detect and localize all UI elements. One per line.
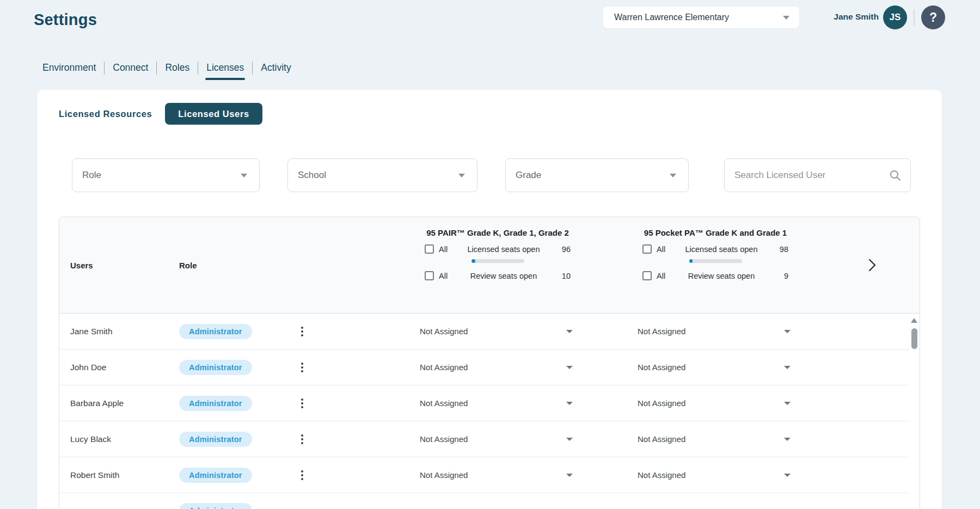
settings-tabs: Environment Connect Roles Licenses Activ… bbox=[42, 62, 299, 80]
row-menu-button[interactable] bbox=[296, 360, 309, 375]
tab-separator bbox=[252, 62, 253, 75]
row-menu-button[interactable] bbox=[296, 396, 309, 411]
kebab-menu-icon bbox=[301, 470, 303, 473]
kebab-menu-icon bbox=[301, 434, 303, 437]
role-badge: Administrator bbox=[179, 468, 252, 483]
tab-licenses[interactable]: Licenses bbox=[206, 62, 244, 80]
licensed-resources-button[interactable]: Licensed Resources bbox=[59, 109, 163, 119]
license-1-licensed-seats: All Licensed seats open 96 bbox=[425, 244, 571, 254]
column-header-role: Role bbox=[179, 261, 262, 270]
license-2-assignment-select[interactable]: Not Assigned bbox=[607, 457, 824, 493]
user-name-cell: Barbara Apple bbox=[70, 398, 179, 408]
tab-separator bbox=[198, 62, 198, 75]
assignment-value: Not Assigned bbox=[638, 434, 685, 444]
all-label: All bbox=[657, 272, 665, 280]
review-seats-open-label: Review seats open bbox=[453, 272, 554, 280]
avatar-initials: JS bbox=[890, 12, 901, 23]
column-header-users: Users bbox=[70, 261, 179, 270]
school-filter[interactable]: School bbox=[287, 158, 477, 192]
tab-roles[interactable]: Roles bbox=[165, 62, 189, 80]
kebab-menu-icon bbox=[301, 398, 303, 401]
license-1-assignment-select[interactable]: Not Assigned bbox=[389, 421, 607, 457]
scroll-up-button[interactable] bbox=[910, 316, 918, 325]
licensed-seats-open-label: Licensed seats open bbox=[671, 245, 772, 254]
licensed-users-button[interactable]: Licensed Users bbox=[165, 103, 262, 125]
avatar[interactable]: JS bbox=[883, 5, 907, 29]
role-badge: Administrator bbox=[179, 360, 252, 375]
license-1-assignment-select[interactable]: Not Assigned bbox=[389, 314, 607, 349]
assignment-value: Not Assigned bbox=[638, 398, 685, 408]
help-button[interactable]: ? bbox=[921, 5, 945, 29]
filter-row: Role School Grade bbox=[72, 158, 911, 192]
kebab-menu-icon bbox=[301, 363, 303, 365]
kebab-menu-icon bbox=[301, 327, 303, 329]
table-row-partial: Administrator bbox=[59, 493, 920, 509]
table-row: Barbara Apple Administrator Not Assigned… bbox=[59, 385, 920, 421]
tab-environment[interactable]: Environment bbox=[42, 62, 96, 80]
next-licenses-button[interactable] bbox=[864, 255, 880, 275]
license-2-licensed-all-checkbox[interactable] bbox=[642, 244, 652, 254]
chevron-down-icon bbox=[784, 438, 791, 441]
role-filter[interactable]: Role bbox=[72, 158, 260, 192]
role-badge: Administrator bbox=[179, 324, 252, 339]
page-title: Settings bbox=[34, 11, 97, 29]
license-2-review-all-checkbox[interactable] bbox=[642, 271, 652, 280]
chevron-down-icon bbox=[670, 174, 676, 177]
license-2-assignment-select[interactable]: Not Assigned bbox=[607, 421, 824, 457]
license-1-assignment-select[interactable]: Not Assigned bbox=[389, 385, 607, 421]
search-icon bbox=[889, 169, 902, 182]
chevron-down-icon bbox=[783, 16, 789, 20]
school-selector[interactable]: Warren Lawrence Elementary bbox=[603, 7, 799, 28]
chevron-down-icon bbox=[784, 474, 791, 477]
scrollbar-thumb[interactable] bbox=[911, 328, 917, 349]
licensed-seats-open-value: 98 bbox=[772, 245, 788, 254]
assignment-value: Not Assigned bbox=[638, 363, 685, 372]
column-header-actions bbox=[262, 217, 389, 313]
user-name-cell: Jane Smith bbox=[70, 327, 179, 336]
topbar-divider bbox=[914, 9, 915, 26]
license-1-progress-bar bbox=[471, 259, 524, 263]
school-selector-value: Warren Lawrence Elementary bbox=[614, 13, 729, 22]
row-menu-button[interactable] bbox=[296, 432, 309, 447]
licenses-panel: Licensed Resources Licensed Users Role S… bbox=[37, 90, 942, 509]
license-2-assignment-select[interactable]: Not Assigned bbox=[607, 349, 824, 385]
table-row: Jane Smith Administrator Not Assigned No… bbox=[59, 314, 920, 349]
chevron-down-icon bbox=[241, 174, 247, 177]
license-1-licensed-all-checkbox[interactable] bbox=[425, 244, 434, 254]
table-row: John Doe Administrator Not Assigned Not … bbox=[59, 349, 920, 385]
assignment-value: Not Assigned bbox=[638, 327, 685, 336]
chevron-down-icon bbox=[566, 438, 573, 441]
grade-filter[interactable]: Grade bbox=[505, 158, 689, 192]
assignment-value: Not Assigned bbox=[420, 470, 468, 480]
table-header: Users Role 95 PAIR™ Grade K, Grade 1, Gr… bbox=[59, 217, 920, 314]
search-input[interactable] bbox=[734, 170, 889, 181]
tab-separator bbox=[104, 62, 105, 75]
chevron-down-icon bbox=[784, 402, 791, 405]
all-label: All bbox=[657, 245, 665, 254]
license-1-review-all-checkbox[interactable] bbox=[425, 271, 434, 280]
license-1-progress-fill bbox=[471, 259, 476, 263]
user-name-cell: Lucy Black bbox=[70, 434, 179, 444]
row-menu-button[interactable] bbox=[296, 468, 309, 483]
license-2-progress-fill bbox=[689, 259, 693, 263]
assignment-value: Not Assigned bbox=[420, 363, 468, 372]
row-menu-button[interactable] bbox=[296, 324, 309, 339]
user-name-cell: John Doe bbox=[70, 363, 179, 372]
help-icon: ? bbox=[929, 10, 937, 25]
license-1-assignment-select[interactable]: Not Assigned bbox=[389, 457, 607, 493]
license-2-assignment-select[interactable]: Not Assigned bbox=[607, 385, 824, 421]
review-seats-open-value: 10 bbox=[554, 272, 571, 280]
license-1-assignment-select[interactable]: Not Assigned bbox=[389, 349, 607, 385]
assignment-value: Not Assigned bbox=[420, 434, 468, 444]
licensed-seats-open-value: 96 bbox=[554, 245, 571, 254]
licensed-seats-open-label: Licensed seats open bbox=[453, 245, 554, 254]
chevron-down-icon bbox=[566, 330, 573, 333]
tab-connect[interactable]: Connect bbox=[113, 62, 148, 80]
role-badge: Administrator bbox=[179, 396, 252, 411]
tab-activity[interactable]: Activity bbox=[261, 62, 291, 80]
all-label: All bbox=[439, 245, 448, 254]
license-2-assignment-select[interactable]: Not Assigned bbox=[607, 314, 824, 349]
license-column-header-1: 95 PAIR™ Grade K, Grade 1, Grade 2 All L… bbox=[389, 217, 607, 313]
license-2-review-seats: All Review seats open 9 bbox=[642, 271, 788, 280]
search-box bbox=[724, 158, 911, 192]
